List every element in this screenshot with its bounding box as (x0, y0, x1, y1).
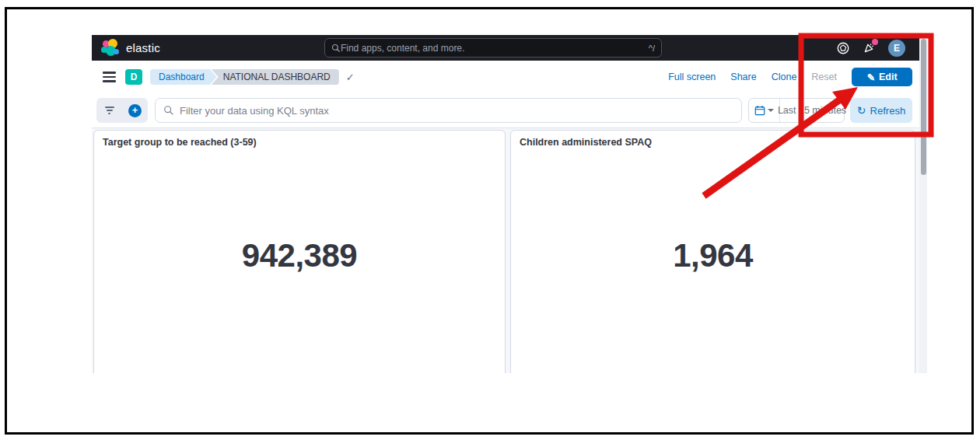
filter-button-group: + (96, 98, 148, 123)
pencil-icon: ✎ (866, 72, 874, 83)
kql-input[interactable] (180, 105, 733, 117)
global-header: elastic ^/ (92, 35, 927, 61)
calendar-icon[interactable] (749, 99, 780, 122)
kql-search-box[interactable] (155, 98, 742, 123)
saved-check-icon: ✓ (346, 72, 355, 83)
breadcrumb: Dashboard NATIONAL DASHBOARD (150, 69, 339, 85)
time-range-value[interactable]: Last 15 minutes (780, 99, 844, 122)
refresh-button[interactable]: ↻ Refresh (850, 98, 912, 123)
elastic-logo-icon[interactable] (101, 39, 120, 58)
panel-title: Target group to be reached (3-59) (94, 131, 505, 154)
chevron-down-icon (768, 109, 774, 112)
global-search-input[interactable] (341, 43, 649, 54)
user-avatar[interactable]: E (888, 40, 905, 57)
scrollbar-track[interactable] (919, 35, 927, 373)
dashboard-nav-row: D Dashboard NATIONAL DASHBOARD ✓ Full sc… (92, 61, 927, 93)
space-badge[interactable]: D (125, 69, 142, 85)
search-icon (163, 105, 174, 116)
reset-link[interactable]: Reset (811, 72, 837, 82)
share-link[interactable]: Share (730, 72, 756, 82)
dashboard-canvas: Target group to be reached (3-59) 942,38… (92, 128, 927, 373)
search-icon (331, 44, 341, 53)
time-range-picker[interactable]: Last 15 minutes (748, 98, 845, 123)
newsfeed-icon[interactable] (862, 40, 877, 56)
edit-button-label: Edit (879, 72, 898, 82)
refresh-icon: ↻ (857, 105, 866, 116)
metric-panel-children-spaq[interactable]: Children administered SPAQ 1,964 (510, 130, 915, 373)
filter-funnel-icon[interactable] (96, 98, 122, 123)
scrollbar-thumb[interactable] (921, 39, 926, 175)
global-search-box[interactable]: ^/ (324, 38, 662, 58)
refresh-button-label: Refresh (870, 105, 906, 117)
notification-dot (872, 39, 878, 45)
breadcrumb-current-page: NATIONAL DASHBOARD (212, 69, 339, 85)
full-screen-link[interactable]: Full screen (668, 72, 716, 82)
edit-button[interactable]: ✎ Edit (852, 68, 912, 86)
panel-title: Children administered SPAQ (511, 131, 915, 154)
guided-setup-icon[interactable] (835, 40, 851, 56)
metric-value: 942,389 (242, 237, 357, 274)
query-bar-row: + Last 15 minutes ↻ (92, 93, 927, 128)
breadcrumb-dashboard[interactable]: Dashboard (150, 69, 217, 85)
clone-link[interactable]: Clone (772, 72, 797, 82)
metric-value: 1,964 (673, 237, 753, 274)
brand-name: elastic (126, 41, 160, 54)
dashboard-actions: Full screen Share Clone Reset ✎ Edit (668, 68, 912, 86)
menu-hamburger-icon[interactable] (103, 72, 116, 82)
metric-panel-target-group[interactable]: Target group to be reached (3-59) 942,38… (93, 130, 506, 373)
search-shortcut-hint: ^/ (649, 44, 655, 53)
kibana-screenshot: elastic ^/ (92, 35, 927, 373)
add-filter-icon[interactable]: + (122, 98, 148, 123)
header-icon-group: E (835, 40, 905, 57)
